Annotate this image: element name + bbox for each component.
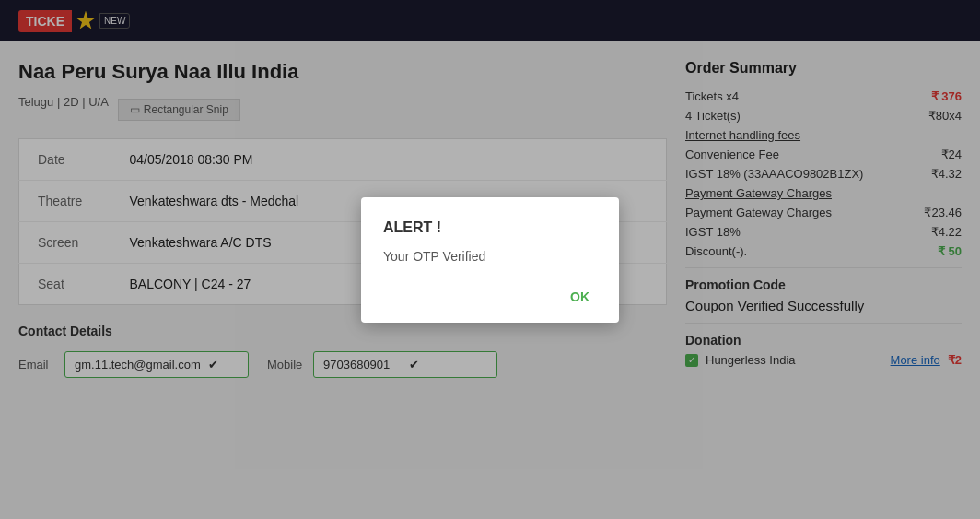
modal-ok-button[interactable]: OK: [563, 286, 597, 308]
modal-box: ALERT ! Your OTP Verified OK: [361, 197, 619, 323]
modal-title: ALERT !: [383, 219, 597, 236]
modal-footer: OK: [383, 286, 597, 308]
modal-message: Your OTP Verified: [383, 249, 597, 264]
modal-overlay[interactable]: ALERT ! Your OTP Verified OK: [0, 0, 980, 396]
